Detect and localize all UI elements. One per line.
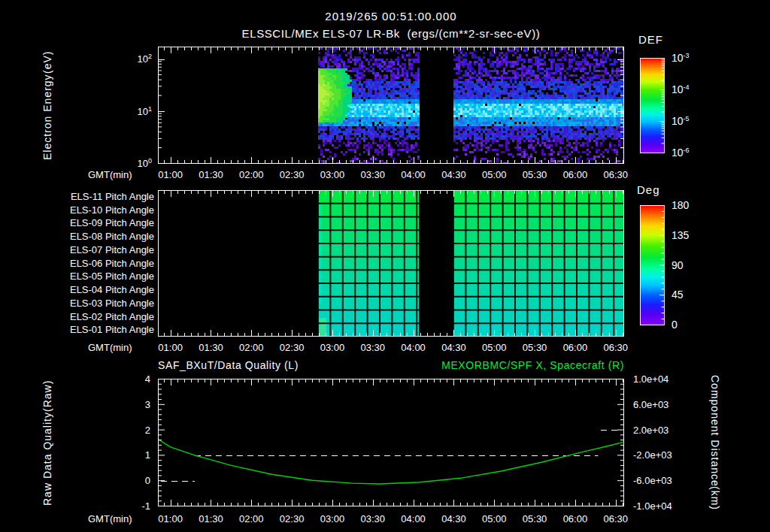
spec-y-axis-label-line2: (eV) [41, 50, 54, 73]
spec-y-axis-label-line1: Electron Energy [41, 74, 54, 160]
bottom-left-y-axis-label-line2: (Raw) [41, 379, 54, 411]
time-tick-label: 04:00 [401, 513, 426, 524]
time-tick-label: 04:30 [441, 169, 466, 180]
bottom-title-right: MEXORBMC/SPF X, Spacecraft (R) [158, 359, 624, 371]
deg-colorbar-tick-label: 180 [671, 199, 689, 211]
pitch-row-label: ELS-03 Pitch Angle [70, 297, 154, 310]
quality-tick-label: 3 [145, 398, 150, 410]
time-tick-label: 03:00 [320, 342, 345, 353]
distance-tick-label: -2.0e+03 [633, 449, 672, 461]
quality-tick-label: -1 [141, 500, 150, 512]
time-tick-label: 04:00 [401, 342, 426, 353]
deg-colorbar-tick-label: 45 [671, 289, 684, 301]
def-tick-base: 10 [671, 83, 684, 95]
bottom-left-y-axis-label-line1: Raw Data Quality [41, 412, 54, 506]
time-tick-label: 02:00 [239, 342, 264, 353]
bottom-right-y-axis-label-line1: Component Distance [708, 375, 721, 487]
def-tick-exponent: -3 [684, 52, 690, 59]
pitch-row-label: ELS-09 Pitch Angle [70, 216, 154, 230]
def-tick-exponent: -4 [684, 83, 690, 91]
time-tick-label: 04:30 [441, 513, 466, 524]
pitch-row-label: ELS-07 Pitch Angle [70, 243, 154, 257]
time-tick-label: 03:30 [360, 169, 385, 180]
time-axis-unit-label: GMT(min) [88, 342, 132, 353]
def-colorbar-tick-label: 10-6 [671, 147, 690, 159]
bottom-right-y-axis-label-line2: (km) [708, 486, 721, 510]
time-tick-label: 06:00 [563, 169, 588, 180]
def-tick-base: 10 [671, 147, 684, 159]
deg-colorbar-title: Deg [637, 183, 660, 196]
time-tick-label: 06:30 [603, 342, 628, 353]
def-colorbar-tick-label: 10-5 [671, 115, 690, 128]
quality-tick-label: 2 [145, 424, 150, 435]
def-colorbar [640, 58, 665, 153]
distance-tick-label: 6.0e+03 [633, 398, 668, 410]
time-tick-label: 06:30 [603, 169, 628, 180]
def-colorbar-tick-label: 10-3 [671, 52, 690, 65]
def-tick-exponent: -5 [684, 115, 690, 122]
time-tick-label: 06:00 [563, 513, 588, 524]
time-tick-label: 06:00 [563, 342, 588, 353]
deg-colorbar-tick-label: 135 [671, 229, 689, 241]
time-tick-label: 05:00 [482, 169, 507, 180]
time-tick-label: 04:30 [441, 342, 466, 353]
time-tick-label: 01:30 [199, 169, 223, 180]
time-tick-label: 05:30 [523, 342, 547, 353]
pitch-row-label: ELS-02 Pitch Angle [70, 310, 154, 324]
pitch-row-label: ELS-05 Pitch Angle [70, 270, 154, 283]
time-tick-label: 03:00 [320, 513, 345, 524]
distance-tick-label: 1.0e+04 [633, 373, 668, 385]
time-tick-label: 03:00 [320, 169, 345, 180]
time-axis-row-bottom: GMT(min)01:0001:3002:0002:3003:0003:3004… [0, 513, 770, 525]
time-tick-label: 01:30 [199, 342, 223, 353]
time-tick-label: 02:00 [239, 513, 264, 524]
pitch-row-label: ELS-04 Pitch Angle [70, 283, 154, 297]
energy-tick-exponent: 1 [148, 105, 152, 113]
time-tick-label: 03:30 [360, 513, 385, 524]
quality-tick-label: 0 [145, 475, 150, 486]
distance-tick-label: 2.0e+03 [633, 424, 668, 435]
quality-distance-line-chart [158, 379, 624, 506]
time-tick-label: 05:30 [523, 169, 547, 180]
science-plot-page: 2019/265 00:51:00.000 ELSSCIL/MEx ELS-07… [0, 0, 770, 532]
time-tick-label: 06:30 [603, 513, 628, 524]
energy-tick-base: 10 [138, 106, 148, 117]
time-tick-label: 02:30 [280, 342, 305, 353]
time-tick-label: 04:00 [401, 169, 426, 180]
time-tick-label: 01:30 [199, 513, 223, 524]
time-tick-label: 02:00 [239, 169, 264, 180]
energy-tick-label: 100 [138, 157, 152, 169]
bottom-right-y-axis-label: Component Distance (km) [708, 374, 721, 511]
deg-colorbar-tick-label: 0 [671, 319, 678, 331]
time-axis-row-middle: GMT(min)01:0001:3002:0002:3003:0003:3004… [0, 342, 770, 354]
time-tick-label: 02:30 [280, 169, 305, 180]
page-title: 2019/265 00:51:00.000 [158, 10, 624, 23]
time-tick-label: 02:30 [280, 513, 305, 524]
time-tick-label: 01:00 [158, 169, 183, 180]
energy-tick-exponent: 0 [148, 157, 152, 165]
plot-subtitle: ELSSCIL/MEx ELS-07 LR-Bk (ergs/(cm**2-sr… [147, 27, 635, 40]
time-tick-label: 03:30 [360, 342, 385, 353]
energy-tick-exponent: 2 [148, 53, 152, 60]
time-tick-label: 01:00 [158, 513, 183, 524]
quality-tick-label: 1 [145, 449, 150, 461]
def-colorbar-title: DEF [638, 33, 663, 46]
def-colorbar-tick-label: 10-4 [671, 83, 690, 96]
time-tick-label: 05:30 [523, 513, 547, 524]
time-axis-unit-label: GMT(min) [88, 513, 132, 524]
energy-tick-base: 10 [138, 53, 148, 65]
energy-tick-base: 10 [138, 158, 148, 169]
deg-colorbar-tick-label: 90 [671, 259, 684, 271]
pitch-row-label: ELS-10 Pitch Angle [70, 204, 154, 217]
distance-tick-label: -1.0e+04 [633, 500, 672, 512]
deg-colorbar [640, 205, 665, 325]
pitch-row-label: ELS-11 Pitch Angle [71, 190, 154, 204]
def-tick-base: 10 [671, 115, 684, 127]
time-tick-label: 05:00 [482, 342, 507, 353]
distance-tick-label: -6.0e+03 [633, 475, 672, 486]
pitch-angle-heatmap [158, 190, 624, 337]
quality-tick-label: 4 [145, 373, 150, 385]
pitch-row-label: ELS-08 Pitch Angle [70, 230, 154, 243]
time-axis-unit-label: GMT(min) [88, 169, 132, 180]
energy-tick-label: 102 [138, 53, 152, 65]
